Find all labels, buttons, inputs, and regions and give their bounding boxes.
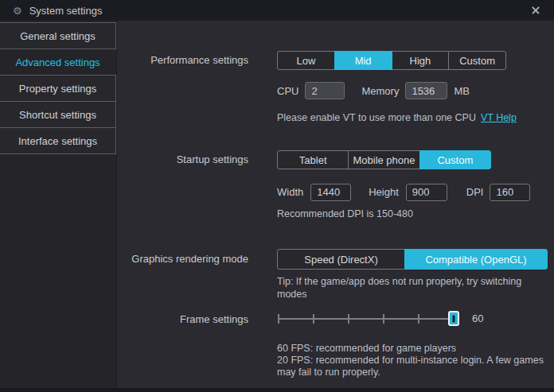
width-field[interactable]	[310, 184, 351, 201]
system-settings-window: ⚙ System settings General settings Advan…	[0, 0, 554, 392]
cpu-label: CPU	[277, 85, 298, 97]
settings-sidebar: General settings Advanced settings Prope…	[0, 21, 117, 388]
vt-note-text: Please enable VT to use more than one CP…	[277, 112, 476, 123]
graphics-mode-group: Speed (DirectX) Compatible (OpenGL)	[277, 249, 548, 270]
close-icon[interactable]	[527, 2, 544, 18]
vt-help-link[interactable]: VT Help	[481, 112, 517, 123]
fps-slider-handle[interactable]	[448, 311, 459, 326]
sidebar-item-interface-settings[interactable]: Interface settings	[0, 127, 116, 154]
window-title: System settings	[29, 5, 103, 17]
resolution-row: Width Height DPI	[277, 183, 530, 201]
fps-slider-tick	[418, 314, 419, 324]
fps-slider-tick	[313, 314, 314, 324]
fps-slider[interactable]: 60	[277, 310, 476, 328]
fps-slider-tick	[278, 314, 279, 324]
memory-label: Memory	[361, 85, 399, 97]
sidebar-item-property-settings[interactable]: Property settings	[0, 75, 116, 102]
startup-tablet-button[interactable]: Tablet	[277, 150, 349, 169]
dpi-label: DPI	[466, 186, 484, 198]
startup-mode-group: Tablet Mobile phone Custom	[277, 150, 491, 169]
sidebar-item-general-settings[interactable]: General settings	[0, 22, 116, 49]
performance-custom-button[interactable]: Custom	[448, 51, 506, 70]
width-label: Width	[277, 186, 303, 198]
dpi-recommendation-note: Recommended DPI is 150-480	[277, 208, 413, 220]
performance-settings-label: Performance settings	[97, 54, 248, 67]
cpu-memory-row: CPU Memory MB	[277, 82, 470, 99]
performance-mid-button[interactable]: Mid	[334, 51, 392, 70]
gear-icon: ⚙	[13, 6, 22, 16]
memory-field[interactable]	[405, 82, 447, 99]
fps-note-line-60: 60 FPS: recommended for game players	[277, 343, 554, 355]
performance-low-button[interactable]: Low	[277, 51, 335, 70]
dpi-field[interactable]	[490, 184, 530, 201]
startup-mobile-phone-button[interactable]: Mobile phone	[348, 150, 419, 169]
fps-value: 60	[472, 312, 483, 324]
graphics-compatible-opengl-button[interactable]: Compatible (OpenGL)	[404, 249, 548, 270]
fps-slider-tick	[383, 314, 384, 324]
fps-note: 60 FPS: recommended for game players 20 …	[277, 343, 554, 378]
startup-custom-button[interactable]: Custom	[419, 150, 491, 169]
titlebar: ⚙ System settings	[0, 0, 554, 21]
height-label: Height	[369, 186, 399, 198]
graphics-tip-note: Tip: If the game/app does not run proper…	[277, 275, 544, 301]
fps-slider-track[interactable]	[279, 318, 454, 320]
height-field[interactable]	[406, 184, 447, 201]
cpu-field[interactable]	[305, 82, 345, 99]
window-bottom-edge	[0, 388, 554, 392]
fps-note-line-20: 20 FPS: recommended for multi-instance l…	[277, 355, 554, 378]
sidebar-item-shortcut-settings[interactable]: Shortcut settings	[0, 101, 116, 128]
startup-settings-label: Startup settings	[97, 153, 248, 166]
performance-preset-group: Low Mid High Custom	[277, 51, 506, 70]
frame-settings-label: Frame settings	[97, 313, 248, 326]
graphics-speed-directx-button[interactable]: Speed (DirectX)	[277, 249, 405, 270]
memory-unit-label: MB	[454, 85, 470, 97]
fps-slider-handle-slot	[453, 315, 455, 322]
graphics-rendering-mode-label: Graphics rendering mode	[97, 253, 248, 266]
performance-high-button[interactable]: High	[392, 51, 450, 70]
fps-slider-tick	[348, 314, 349, 324]
vt-note: Please enable VT to use more than one CP…	[277, 111, 517, 124]
